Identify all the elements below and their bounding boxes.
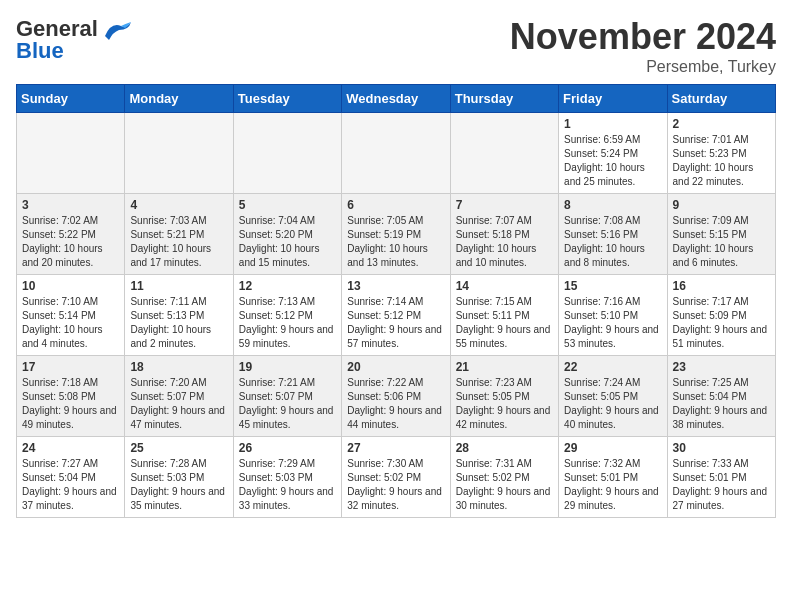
day-number: 23 [673,360,770,374]
day-number: 12 [239,279,336,293]
calendar-cell: 20Sunrise: 7:22 AM Sunset: 5:06 PM Dayli… [342,356,450,437]
day-info: Sunrise: 7:23 AM Sunset: 5:05 PM Dayligh… [456,376,553,432]
calendar-cell: 1Sunrise: 6:59 AM Sunset: 5:24 PM Daylig… [559,113,667,194]
location: Persembe, Turkey [510,58,776,76]
day-info: Sunrise: 7:28 AM Sunset: 5:03 PM Dayligh… [130,457,227,513]
day-info: Sunrise: 7:29 AM Sunset: 5:03 PM Dayligh… [239,457,336,513]
day-number: 6 [347,198,444,212]
calendar-cell: 15Sunrise: 7:16 AM Sunset: 5:10 PM Dayli… [559,275,667,356]
calendar-cell: 21Sunrise: 7:23 AM Sunset: 5:05 PM Dayli… [450,356,558,437]
day-info: Sunrise: 7:22 AM Sunset: 5:06 PM Dayligh… [347,376,444,432]
day-info: Sunrise: 7:15 AM Sunset: 5:11 PM Dayligh… [456,295,553,351]
day-number: 20 [347,360,444,374]
logo-bird-icon [101,18,133,40]
day-info: Sunrise: 7:09 AM Sunset: 5:15 PM Dayligh… [673,214,770,270]
day-number: 25 [130,441,227,455]
day-number: 29 [564,441,661,455]
calendar-cell: 6Sunrise: 7:05 AM Sunset: 5:19 PM Daylig… [342,194,450,275]
day-header-friday: Friday [559,85,667,113]
day-info: Sunrise: 7:14 AM Sunset: 5:12 PM Dayligh… [347,295,444,351]
day-header-saturday: Saturday [667,85,775,113]
day-info: Sunrise: 7:11 AM Sunset: 5:13 PM Dayligh… [130,295,227,351]
day-number: 5 [239,198,336,212]
calendar-cell: 9Sunrise: 7:09 AM Sunset: 5:15 PM Daylig… [667,194,775,275]
calendar-cell: 3Sunrise: 7:02 AM Sunset: 5:22 PM Daylig… [17,194,125,275]
day-number: 22 [564,360,661,374]
day-info: Sunrise: 7:32 AM Sunset: 5:01 PM Dayligh… [564,457,661,513]
calendar-header-row: SundayMondayTuesdayWednesdayThursdayFrid… [17,85,776,113]
logo-text-blue: Blue [16,38,64,64]
calendar-cell [17,113,125,194]
calendar-cell: 2Sunrise: 7:01 AM Sunset: 5:23 PM Daylig… [667,113,775,194]
day-info: Sunrise: 6:59 AM Sunset: 5:24 PM Dayligh… [564,133,661,189]
day-number: 8 [564,198,661,212]
day-number: 9 [673,198,770,212]
calendar-cell [125,113,233,194]
calendar-table: SundayMondayTuesdayWednesdayThursdayFrid… [16,84,776,518]
day-number: 17 [22,360,119,374]
day-number: 19 [239,360,336,374]
day-header-wednesday: Wednesday [342,85,450,113]
calendar-cell: 10Sunrise: 7:10 AM Sunset: 5:14 PM Dayli… [17,275,125,356]
day-header-monday: Monday [125,85,233,113]
calendar-cell: 23Sunrise: 7:25 AM Sunset: 5:04 PM Dayli… [667,356,775,437]
day-info: Sunrise: 7:25 AM Sunset: 5:04 PM Dayligh… [673,376,770,432]
calendar-week-row: 24Sunrise: 7:27 AM Sunset: 5:04 PM Dayli… [17,437,776,518]
day-header-sunday: Sunday [17,85,125,113]
day-number: 28 [456,441,553,455]
calendar-cell: 11Sunrise: 7:11 AM Sunset: 5:13 PM Dayli… [125,275,233,356]
month-title: November 2024 [510,16,776,58]
calendar-cell: 17Sunrise: 7:18 AM Sunset: 5:08 PM Dayli… [17,356,125,437]
day-info: Sunrise: 7:24 AM Sunset: 5:05 PM Dayligh… [564,376,661,432]
calendar-cell: 8Sunrise: 7:08 AM Sunset: 5:16 PM Daylig… [559,194,667,275]
day-info: Sunrise: 7:13 AM Sunset: 5:12 PM Dayligh… [239,295,336,351]
calendar-cell: 27Sunrise: 7:30 AM Sunset: 5:02 PM Dayli… [342,437,450,518]
page-header: General Blue November 2024 Persembe, Tur… [16,16,776,76]
calendar-cell [233,113,341,194]
calendar-cell: 4Sunrise: 7:03 AM Sunset: 5:21 PM Daylig… [125,194,233,275]
calendar-cell [450,113,558,194]
day-number: 2 [673,117,770,131]
calendar-week-row: 3Sunrise: 7:02 AM Sunset: 5:22 PM Daylig… [17,194,776,275]
day-number: 16 [673,279,770,293]
calendar-cell: 18Sunrise: 7:20 AM Sunset: 5:07 PM Dayli… [125,356,233,437]
calendar-cell: 16Sunrise: 7:17 AM Sunset: 5:09 PM Dayli… [667,275,775,356]
day-info: Sunrise: 7:04 AM Sunset: 5:20 PM Dayligh… [239,214,336,270]
calendar-cell: 30Sunrise: 7:33 AM Sunset: 5:01 PM Dayli… [667,437,775,518]
day-number: 10 [22,279,119,293]
calendar-cell: 29Sunrise: 7:32 AM Sunset: 5:01 PM Dayli… [559,437,667,518]
day-number: 15 [564,279,661,293]
day-info: Sunrise: 7:31 AM Sunset: 5:02 PM Dayligh… [456,457,553,513]
day-number: 18 [130,360,227,374]
calendar-cell: 24Sunrise: 7:27 AM Sunset: 5:04 PM Dayli… [17,437,125,518]
day-info: Sunrise: 7:16 AM Sunset: 5:10 PM Dayligh… [564,295,661,351]
day-info: Sunrise: 7:01 AM Sunset: 5:23 PM Dayligh… [673,133,770,189]
day-number: 14 [456,279,553,293]
day-info: Sunrise: 7:03 AM Sunset: 5:21 PM Dayligh… [130,214,227,270]
calendar-cell: 25Sunrise: 7:28 AM Sunset: 5:03 PM Dayli… [125,437,233,518]
day-number: 21 [456,360,553,374]
day-info: Sunrise: 7:33 AM Sunset: 5:01 PM Dayligh… [673,457,770,513]
day-number: 3 [22,198,119,212]
calendar-cell: 5Sunrise: 7:04 AM Sunset: 5:20 PM Daylig… [233,194,341,275]
day-info: Sunrise: 7:10 AM Sunset: 5:14 PM Dayligh… [22,295,119,351]
calendar-cell: 14Sunrise: 7:15 AM Sunset: 5:11 PM Dayli… [450,275,558,356]
day-number: 13 [347,279,444,293]
day-info: Sunrise: 7:30 AM Sunset: 5:02 PM Dayligh… [347,457,444,513]
calendar-cell: 28Sunrise: 7:31 AM Sunset: 5:02 PM Dayli… [450,437,558,518]
calendar-week-row: 1Sunrise: 6:59 AM Sunset: 5:24 PM Daylig… [17,113,776,194]
calendar-cell: 7Sunrise: 7:07 AM Sunset: 5:18 PM Daylig… [450,194,558,275]
day-info: Sunrise: 7:18 AM Sunset: 5:08 PM Dayligh… [22,376,119,432]
day-header-thursday: Thursday [450,85,558,113]
calendar-cell: 22Sunrise: 7:24 AM Sunset: 5:05 PM Dayli… [559,356,667,437]
day-number: 4 [130,198,227,212]
calendar-cell: 13Sunrise: 7:14 AM Sunset: 5:12 PM Dayli… [342,275,450,356]
day-info: Sunrise: 7:07 AM Sunset: 5:18 PM Dayligh… [456,214,553,270]
day-number: 30 [673,441,770,455]
day-info: Sunrise: 7:08 AM Sunset: 5:16 PM Dayligh… [564,214,661,270]
day-info: Sunrise: 7:20 AM Sunset: 5:07 PM Dayligh… [130,376,227,432]
day-number: 26 [239,441,336,455]
day-header-tuesday: Tuesday [233,85,341,113]
day-info: Sunrise: 7:27 AM Sunset: 5:04 PM Dayligh… [22,457,119,513]
day-number: 27 [347,441,444,455]
